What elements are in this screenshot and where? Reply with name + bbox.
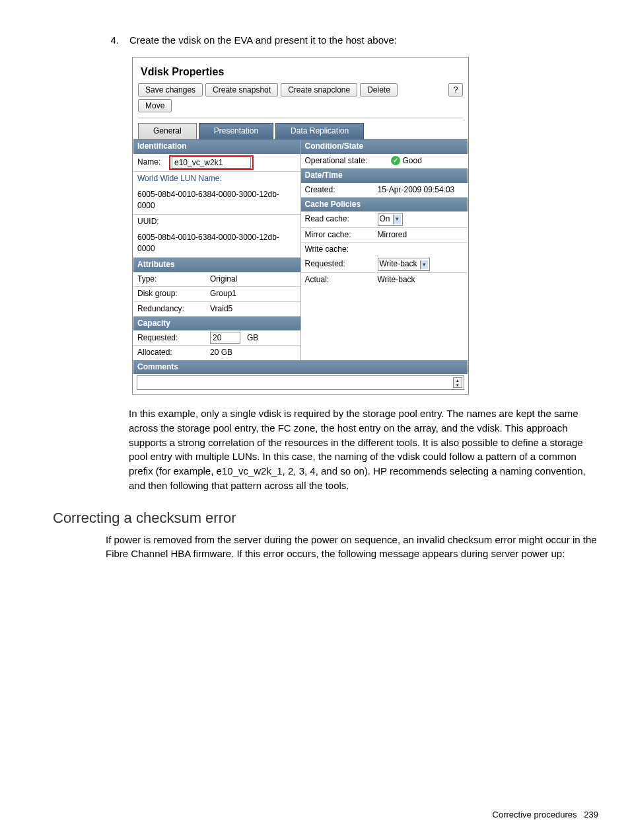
move-button[interactable]: Move [138,99,172,112]
redundancy-value: Vraid5 [210,303,297,315]
mirror-cache-label: Mirror cache: [305,229,378,241]
op-state-label: Operational state: [305,155,391,167]
uuid-value: 6005-08b4-0010-6384-0000-3000-12db-0000 [133,231,300,258]
tab-data-replication[interactable]: Data Replication [275,123,364,139]
create-snapclone-button[interactable]: Create snapclone [281,83,357,96]
footer-page: 239 [584,810,598,820]
wwn-label: World Wide LUN Name: [133,172,300,187]
type-value: Original [210,274,297,285]
section-identification: Identification [133,139,300,153]
paragraph-1: In this example, only a single vdisk is … [129,406,604,493]
section-comments: Comments [133,360,468,374]
spinner-control[interactable]: ▴▾ [453,377,462,388]
delete-button[interactable]: Delete [360,83,398,96]
footer-label: Corrective procedures [493,810,577,820]
chevron-down-icon: ▾ [393,215,401,223]
chevron-down-icon: ▾ [420,260,428,269]
created-label: Created: [305,184,378,196]
tab-general[interactable]: General [138,123,197,139]
type-label: Type: [137,274,210,285]
numbered-step: 4. Create the vdisk on the EVA and prese… [99,33,604,48]
write-cache-select[interactable]: Write-back▾ [378,258,430,270]
allocated-value: 20 GB [210,347,297,358]
wwn-value: 6005-08b4-0010-6384-0000-3000-12db-0000 [133,188,300,215]
tab-presentation[interactable]: Presentation [199,123,273,139]
created-value: 15-Apr-2009 09:54:03 [378,184,464,196]
requested-input[interactable] [210,332,240,344]
create-snapshot-button[interactable]: Create snapshot [205,83,278,96]
requested-unit: GB [247,332,258,344]
vdisk-properties-screenshot: Vdisk Properties Save changes Create sna… [132,57,469,395]
window-title: Vdisk Properties [133,57,468,83]
paragraph-2: If power is removed from the server duri… [106,533,604,562]
read-cache-label: Read cache: [305,213,378,225]
redundancy-label: Redundancy: [137,303,210,315]
disk-group-value: Group1 [210,288,297,299]
status-good: ✓ Good [391,155,422,167]
op-state-value: Good [403,155,422,167]
allocated-label: Allocated: [137,347,210,358]
save-button[interactable]: Save changes [138,83,203,96]
write-actual-label: Actual: [305,274,378,286]
check-icon: ✓ [391,156,400,165]
step-number: 4. [99,33,119,48]
requested-label: Requested: [137,332,210,344]
comments-textarea[interactable]: ▴▾ [137,375,464,390]
section-attributes: Attributes [133,258,300,272]
help-button[interactable]: ? [448,83,463,96]
name-highlight [169,155,254,170]
section-capacity: Capacity [133,317,300,330]
name-label: Name: [137,157,169,168]
heading-checksum: Correcting a checksum error [53,508,604,529]
section-datetime: Date/Time [301,169,468,182]
mirror-cache-value: Mirrored [378,229,464,241]
write-actual-value: Write-back [378,274,464,286]
uuid-label: UUID: [133,215,300,230]
section-cache: Cache Policies [301,198,468,211]
write-cache-label: Write cache: [305,244,378,255]
disk-group-label: Disk group: [137,288,210,299]
read-cache-select[interactable]: On▾ [378,213,403,225]
page-footer: Corrective procedures 239 [493,809,598,821]
step-text: Create the vdisk on the EVA and present … [129,33,604,48]
name-input[interactable] [172,157,251,169]
section-condition: Condition/State [301,139,468,153]
write-req-label: Requested: [305,258,378,270]
